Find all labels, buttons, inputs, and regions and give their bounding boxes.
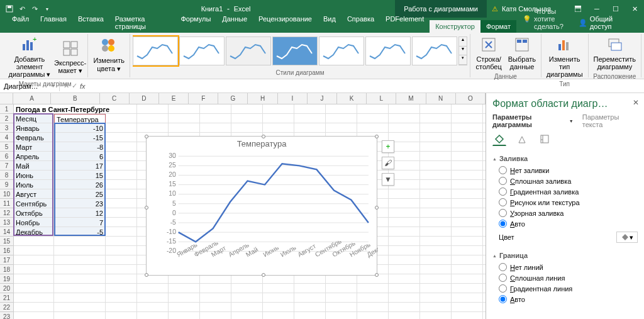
cell-F22[interactable] (200, 303, 231, 312)
cell-N23[interactable] (452, 312, 483, 319)
tab-конструктор[interactable]: Конструктор (430, 20, 480, 33)
cell-N17[interactable] (452, 255, 483, 265)
cell-C3[interactable] (106, 123, 137, 133)
cell-B4[interactable]: -15 (54, 133, 106, 142)
cell-L12[interactable] (389, 208, 420, 218)
row-header-12[interactable]: 12 (0, 208, 14, 218)
cell-L13[interactable] (389, 218, 420, 227)
cell-M10[interactable] (420, 189, 452, 199)
cell-M8[interactable] (420, 171, 452, 180)
cell-B6[interactable]: 6 (54, 152, 106, 161)
cell-D3[interactable] (137, 123, 169, 133)
cell-E1[interactable] (169, 104, 200, 114)
col-header-J[interactable]: J (308, 93, 337, 104)
cell-N16[interactable] (452, 246, 483, 255)
cell-B10[interactable]: 25 (54, 189, 106, 199)
cell-A19[interactable] (14, 274, 54, 284)
col-header-N[interactable]: N (426, 93, 456, 104)
cell-C16[interactable] (106, 246, 137, 255)
cell-N3[interactable] (452, 123, 483, 133)
chart-object[interactable]: Температура-20-15-10-5051015202530Январь… (146, 136, 377, 276)
cell-M17[interactable] (420, 255, 452, 265)
cell-A13[interactable]: Ноябрь (14, 218, 54, 227)
fill-option-3[interactable]: Рисунок или текстура (492, 197, 638, 208)
col-header-A[interactable]: A (13, 93, 51, 104)
row-header-18[interactable]: 18 (0, 265, 14, 274)
cell-B21[interactable] (54, 293, 106, 303)
cell-N11[interactable] (452, 199, 483, 208)
cell-G19[interactable] (231, 274, 263, 284)
row-header-13[interactable]: 13 (0, 218, 14, 227)
cell-M6[interactable] (420, 152, 452, 161)
cell-J21[interactable] (326, 293, 357, 303)
cell-C20[interactable] (106, 284, 137, 293)
cell-E19[interactable] (169, 274, 200, 284)
cell-A18[interactable] (14, 265, 54, 274)
cell-A16[interactable] (14, 246, 54, 255)
switch-row-column-button[interactable]: Строка/ столбец (473, 34, 504, 72)
cell-M20[interactable] (420, 284, 452, 293)
fill-option-1[interactable]: Сплошная заливка (492, 176, 638, 186)
cell-C2[interactable] (106, 114, 137, 123)
row-header-21[interactable]: 21 (0, 293, 14, 303)
cell-B17[interactable] (54, 255, 106, 265)
cell-I3[interactable] (294, 123, 326, 133)
cell-M18[interactable] (420, 265, 452, 274)
pane-close-button[interactable]: ✕ (633, 98, 639, 107)
cell-D23[interactable] (137, 312, 169, 319)
cell-L1[interactable] (389, 104, 420, 114)
cell-E22[interactable] (169, 303, 200, 312)
cell-A4[interactable]: Февраль (14, 133, 54, 142)
chart-resize-handle[interactable] (145, 273, 148, 277)
tab-вид[interactable]: Вид (318, 13, 341, 33)
cell-A5[interactable]: Март (14, 142, 54, 152)
cell-B5[interactable]: -8 (54, 142, 106, 152)
col-header-I[interactable]: I (278, 93, 308, 104)
cell-C14[interactable] (106, 227, 137, 237)
cell-F3[interactable] (200, 123, 231, 133)
cell-C13[interactable] (106, 218, 137, 227)
cell-D20[interactable] (137, 284, 169, 293)
cell-D22[interactable] (137, 303, 169, 312)
cell-E20[interactable] (169, 284, 200, 293)
cell-C22[interactable] (106, 303, 137, 312)
chart-filters-button[interactable]: ▼ (382, 173, 394, 186)
cell-M3[interactable] (420, 123, 452, 133)
cell-M22[interactable] (420, 303, 452, 312)
tab-справка[interactable]: Справка (341, 13, 380, 33)
cell-I1[interactable] (294, 104, 326, 114)
cell-G20[interactable] (231, 284, 263, 293)
cell-B7[interactable]: 17 (54, 161, 106, 171)
cell-K21[interactable] (357, 293, 389, 303)
row-header-5[interactable]: 5 (0, 142, 14, 152)
cell-G1[interactable] (231, 104, 263, 114)
cell-B13[interactable]: 7 (54, 218, 106, 227)
row-header-15[interactable]: 15 (0, 237, 14, 246)
cell-N13[interactable] (452, 218, 483, 227)
cell-L17[interactable] (389, 255, 420, 265)
cell-A11[interactable]: Сентябрь (14, 199, 54, 208)
cell-H19[interactable] (263, 274, 294, 284)
share-button[interactable]: 👤Общий доступ (570, 13, 644, 33)
cell-N6[interactable] (452, 152, 483, 161)
cell-A21[interactable] (14, 293, 54, 303)
tab-pdfelement[interactable]: PDFelement (380, 13, 430, 33)
cell-B12[interactable]: 12 (54, 208, 106, 218)
cell-B9[interactable]: 26 (54, 180, 106, 189)
cell-K22[interactable] (357, 303, 389, 312)
cell-A15[interactable] (14, 237, 54, 246)
cell-E23[interactable] (169, 312, 200, 319)
col-header-L[interactable]: L (367, 93, 396, 104)
cell-N22[interactable] (452, 303, 483, 312)
chart-elements-button[interactable]: + (382, 140, 394, 153)
size-properties-icon[interactable] (538, 132, 552, 146)
cell-B15[interactable] (54, 237, 106, 246)
cell-L15[interactable] (389, 237, 420, 246)
effects-icon[interactable] (515, 132, 529, 146)
chart-resize-handle[interactable] (145, 206, 148, 210)
formula-bar[interactable] (89, 85, 644, 87)
cell-C19[interactable] (106, 274, 137, 284)
chart-style-2[interactable] (179, 36, 225, 65)
cell-N5[interactable] (452, 142, 483, 152)
row-header-1[interactable]: 1 (0, 104, 14, 114)
